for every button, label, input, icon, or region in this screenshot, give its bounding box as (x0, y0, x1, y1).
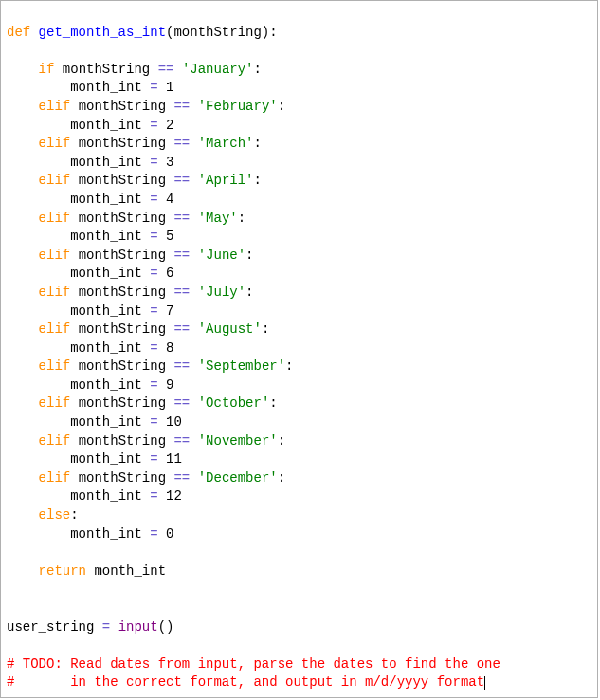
indent (7, 526, 70, 542)
operator: == (173, 322, 190, 337)
code-line: month_int = 12 (7, 488, 182, 504)
code-line: elif monthString == 'October': (7, 396, 278, 411)
operator: == (173, 173, 190, 188)
code-line: else: (7, 507, 79, 523)
string-literal: 'May' (198, 211, 238, 226)
space (158, 488, 166, 504)
space (158, 118, 166, 133)
keyword-def: def (7, 25, 39, 40)
space (190, 322, 197, 337)
code-line: def get_month_as_int(monthString): (7, 25, 278, 40)
keyword-elif: elif (39, 285, 71, 300)
space (70, 285, 78, 300)
operator: = (150, 266, 157, 281)
space (70, 99, 78, 114)
colon: : (278, 433, 285, 449)
space (158, 80, 166, 95)
code-line: return month_int (7, 563, 166, 579)
string-literal: 'June' (198, 248, 245, 263)
variable: month_int (70, 155, 150, 170)
keyword-if: if (39, 62, 55, 77)
space (158, 341, 166, 356)
space (110, 619, 118, 635)
string-literal: 'October' (198, 396, 270, 411)
keyword-elif: elif (39, 248, 71, 263)
number: 7 (166, 304, 173, 319)
variable: monthString (79, 211, 174, 226)
variable: month_int (94, 563, 166, 579)
code-line: elif monthString == 'March': (7, 136, 262, 151)
operator: = (150, 229, 157, 244)
indent (7, 118, 70, 133)
number: 6 (166, 266, 173, 281)
code-line: elif monthString == 'November': (7, 433, 285, 449)
keyword-elif: elif (39, 136, 71, 151)
code-editor[interactable]: def get_month_as_int(monthString): if mo… (0, 0, 598, 698)
code-line: month_int = 3 (7, 155, 173, 170)
variable: month_int (70, 526, 150, 542)
indent (7, 414, 70, 430)
colon: : (285, 359, 293, 374)
space (190, 285, 197, 300)
code-line: if monthString == 'January': (7, 62, 262, 77)
space (173, 62, 181, 77)
space (158, 451, 166, 467)
space (70, 248, 78, 263)
operator: = (150, 451, 157, 467)
space (158, 304, 166, 319)
code-line: month_int = 11 (7, 451, 182, 467)
string-literal: 'November' (198, 433, 278, 449)
operator: = (150, 526, 157, 542)
variable: monthString (79, 99, 174, 114)
indent (7, 173, 39, 188)
colon: : (269, 396, 277, 411)
indent (7, 99, 39, 114)
operator: = (150, 488, 157, 504)
indent (7, 248, 39, 263)
string-literal: 'July' (198, 285, 245, 300)
colon: : (278, 99, 285, 114)
space (190, 99, 197, 114)
colon: : (253, 136, 261, 151)
variable: month_int (70, 414, 150, 430)
code-line: month_int = 1 (7, 80, 173, 95)
colon: : (245, 248, 253, 263)
number: 0 (166, 526, 173, 542)
indent (7, 563, 39, 579)
variable: monthString (63, 62, 158, 77)
space (158, 266, 166, 281)
code-line: month_int = 4 (7, 192, 173, 207)
operator: = (150, 304, 157, 319)
number: 2 (166, 118, 173, 133)
string-literal: 'April' (198, 173, 254, 188)
variable: month_int (70, 80, 150, 95)
keyword-elif: elif (39, 173, 71, 188)
variable: monthString (79, 396, 174, 411)
number: 12 (166, 488, 182, 504)
variable: month_int (70, 304, 150, 319)
space (158, 155, 166, 170)
operator: = (150, 155, 157, 170)
number: 8 (166, 341, 173, 356)
space (158, 229, 166, 244)
space (190, 396, 197, 411)
colon: : (245, 285, 253, 300)
string-literal: 'September' (198, 359, 285, 374)
code-line: month_int = 9 (7, 378, 173, 393)
code-line: month_int = 0 (7, 526, 173, 542)
space (190, 211, 197, 226)
operator: == (173, 396, 190, 411)
variable: monthString (79, 285, 174, 300)
code-line: elif monthString == 'April': (7, 173, 262, 188)
text-cursor-icon (484, 676, 485, 690)
variable: monthString (79, 470, 174, 486)
keyword-elif: elif (39, 470, 71, 486)
variable: monthString (79, 248, 174, 263)
variable: month_int (70, 118, 150, 133)
code-line: elif monthString == 'September': (7, 359, 294, 374)
builtin-input: input (118, 619, 158, 635)
indent (7, 155, 70, 170)
code-line: user_string = input() (7, 619, 173, 635)
indent (7, 341, 70, 356)
variable: monthString (79, 173, 174, 188)
